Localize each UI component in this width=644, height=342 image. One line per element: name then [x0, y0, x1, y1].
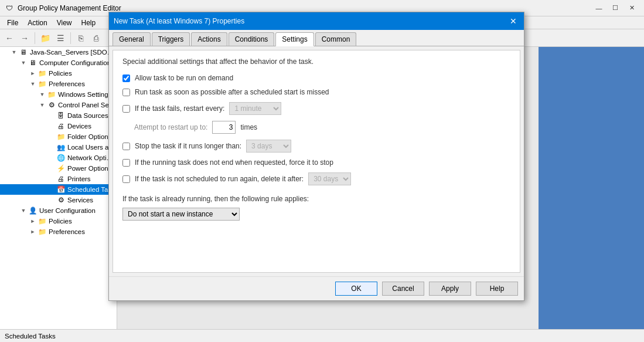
- tab-conditions[interactable]: Conditions: [229, 32, 275, 46]
- option-attempt-restart: Attempt to restart up to: times: [134, 121, 510, 134]
- devices-icon: 🖨: [56, 121, 66, 131]
- tree-item-computer-config[interactable]: ▼ 🖥 Computer Configuration: [0, 57, 117, 68]
- local-users-icon: 👥: [56, 143, 66, 152]
- tree-label-power-options: Power Options: [67, 165, 111, 172]
- tree-item-user-config[interactable]: ▼ 👤 User Configuration: [0, 205, 117, 216]
- help-button[interactable]: Help: [476, 282, 518, 296]
- tree-label-windows-settings: Windows Settings: [58, 91, 111, 98]
- tab-common[interactable]: Common: [315, 32, 357, 46]
- dialog-content: Special additional settings that affect …: [113, 50, 520, 273]
- label-allow-demand[interactable]: Allow task to be run on demand: [135, 74, 233, 82]
- label-restart-if-fails[interactable]: If the task fails, restart every:: [135, 104, 224, 113]
- dropdown-restart-interval[interactable]: 1 minute 5 minutes 10 minutes 15 minutes…: [229, 102, 281, 115]
- checkbox-force-stop[interactable]: [122, 159, 130, 167]
- option-stop-if-long: Stop the task if it runs longer than: 1 …: [122, 140, 510, 153]
- times-label: times: [240, 123, 257, 131]
- label-delete-if-not-scheduled[interactable]: If the task is not scheduled to run agai…: [135, 175, 304, 183]
- dropdown-delete-after[interactable]: 30 days 45 days 60 days 90 days: [308, 172, 351, 185]
- option-allow-demand: Allow task to be run on demand: [122, 74, 510, 82]
- forward-button[interactable]: →: [18, 31, 32, 45]
- checkbox-delete-if-not-scheduled[interactable]: [122, 175, 130, 183]
- dialog: New Task (At least Windows 7) Properties…: [108, 12, 524, 301]
- tree-item-control-panel[interactable]: ▼ ⚙ Control Panel Setting: [0, 100, 117, 110]
- main-window: 🛡 Group Policy Management Editor — ☐ ✕ F…: [0, 0, 644, 342]
- computer-config-icon: 🖥: [28, 58, 38, 67]
- policies-icon: 📁: [38, 69, 47, 78]
- tree-label-preferences: Preferences: [49, 80, 85, 87]
- tree-label-data-sources: Data Sources: [67, 112, 108, 119]
- tree-item-preferences[interactable]: ▼ 📁 Preferences: [0, 79, 117, 89]
- tree-label-services: Services: [67, 197, 93, 204]
- tree-label-control-panel: Control Panel Setting: [58, 101, 117, 109]
- label-run-missed[interactable]: Run task as soon as possible after a sch…: [135, 88, 329, 96]
- paste-button[interactable]: ⎙: [89, 31, 103, 45]
- toolbar-separator-1: [35, 32, 35, 44]
- apply-button[interactable]: Apply: [429, 282, 471, 296]
- tree-item-folder-options[interactable]: 📁 Folder Options: [0, 131, 117, 142]
- tree-item-scheduled-tasks[interactable]: 📅 Scheduled Tasks: [0, 184, 117, 195]
- up-button[interactable]: 📁: [38, 31, 52, 45]
- tree-label-computer-config: Computer Configuration: [39, 59, 111, 66]
- tab-general[interactable]: General: [113, 32, 151, 46]
- tree-item-policies2[interactable]: ► 📁 Policies: [0, 216, 117, 226]
- tree-item-data-sources[interactable]: 🗄 Data Sources: [0, 110, 117, 121]
- tree-item-windows-settings[interactable]: ▼ 📁 Windows Settings: [0, 89, 117, 100]
- cancel-button[interactable]: Cancel: [382, 282, 424, 296]
- tree-label-policies: Policies: [49, 70, 72, 77]
- tree-item-local-users[interactable]: 👥 Local Users and G: [0, 142, 117, 153]
- data-sources-icon: 🗄: [56, 111, 66, 120]
- services-icon: ⚙: [56, 195, 66, 205]
- tree-item-services[interactable]: ⚙ Services: [0, 195, 117, 205]
- copy-button[interactable]: ⎘: [74, 31, 88, 45]
- dropdown-running-rule[interactable]: Do not start a new instance Run a new in…: [122, 208, 240, 221]
- tab-triggers[interactable]: Triggers: [152, 32, 190, 46]
- dropdown-stop-duration[interactable]: 1 hour 2 hours 4 hours 8 hours 12 hours …: [246, 140, 291, 153]
- label-attempt-restart: Attempt to restart up to:: [134, 123, 207, 131]
- tree-item-policies[interactable]: ► 📁 Policies: [0, 68, 117, 79]
- dialog-title-text: New Task (At least Windows 7) Properties: [114, 17, 507, 25]
- tab-actions[interactable]: Actions: [191, 32, 227, 46]
- menu-view[interactable]: View: [52, 18, 77, 28]
- tree-label-folder-options: Folder Options: [67, 133, 111, 140]
- tree-label-preferences2: Preferences: [49, 228, 85, 235]
- tree-label-devices: Devices: [67, 123, 91, 130]
- network-options-icon: 🌐: [56, 153, 66, 162]
- tab-settings[interactable]: Settings: [275, 32, 314, 46]
- minimize-button[interactable]: —: [591, 2, 606, 14]
- ok-button[interactable]: OK: [335, 282, 377, 296]
- checkbox-run-missed[interactable]: [122, 89, 130, 96]
- tree-label-java-scan: Java-Scan_Servers [SDOM08.DO: [30, 49, 117, 56]
- close-button[interactable]: ✕: [624, 2, 639, 14]
- window-controls: — ☐ ✕: [591, 2, 639, 14]
- maximize-button[interactable]: ☐: [608, 2, 623, 14]
- windows-settings-icon: 📁: [47, 90, 56, 99]
- option-force-stop: If the running task does not end when re…: [122, 158, 510, 167]
- dialog-close-button[interactable]: ✕: [507, 15, 519, 27]
- tree-item-power-options[interactable]: ⚡ Power Options: [0, 163, 117, 174]
- user-config-icon: 👤: [28, 206, 38, 215]
- checkbox-stop-if-long[interactable]: [122, 143, 130, 150]
- menu-action[interactable]: Action: [23, 18, 52, 28]
- tree-item-java-scan[interactable]: ▼ 🖥 Java-Scan_Servers [SDOM08.DO: [0, 47, 117, 57]
- menu-help[interactable]: Help: [77, 18, 101, 28]
- tree-item-preferences2[interactable]: ► 📁 Preferences: [0, 226, 117, 237]
- checkbox-restart-if-fails[interactable]: [122, 105, 130, 113]
- running-rule-section: If the task is already running, then the…: [122, 195, 510, 221]
- input-attempt-restart-count[interactable]: [212, 121, 236, 134]
- checkbox-allow-demand[interactable]: [122, 75, 130, 82]
- control-panel-icon: ⚙: [47, 100, 56, 110]
- label-force-stop[interactable]: If the running task does not end when re…: [135, 158, 333, 167]
- tree-label-printers: Printers: [67, 175, 91, 182]
- menu-file[interactable]: File: [2, 18, 23, 28]
- tree-item-printers[interactable]: 🖨 Printers: [0, 174, 117, 184]
- dialog-title-bar[interactable]: New Task (At least Windows 7) Properties…: [109, 12, 524, 30]
- tree-item-devices[interactable]: 🖨 Devices: [0, 121, 117, 131]
- app-icon: 🛡: [5, 4, 14, 13]
- refresh-button[interactable]: ☰: [53, 31, 67, 45]
- tree-item-network-options[interactable]: 🌐 Network Options ": [0, 153, 117, 163]
- label-stop-if-long[interactable]: Stop the task if it runs longer than:: [135, 142, 241, 150]
- back-button[interactable]: ←: [2, 31, 16, 45]
- option-delete-if-not-scheduled: If the task is not scheduled to run agai…: [122, 172, 510, 185]
- scheduled-tasks-icon: 📅: [56, 185, 66, 194]
- policies2-icon: 📁: [38, 216, 47, 226]
